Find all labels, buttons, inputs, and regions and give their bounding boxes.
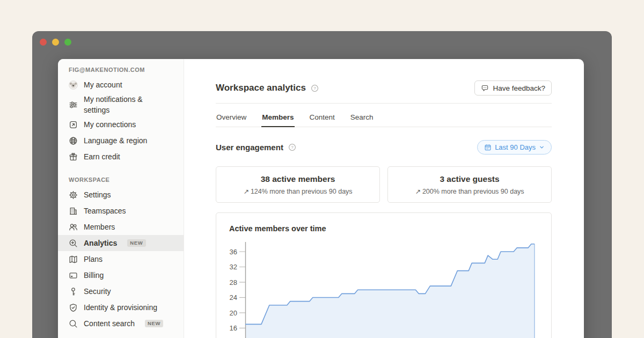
sidebar-item-label: Teamspaces bbox=[84, 205, 126, 216]
zoom-window-button[interactable] bbox=[64, 39, 71, 46]
settings-sidebar: FIG@MAKENOTION.COM My account My notific… bbox=[58, 59, 184, 338]
gift-icon bbox=[69, 152, 78, 161]
sidebar-item-settings[interactable]: Settings bbox=[58, 187, 184, 203]
help-icon[interactable]: ? bbox=[311, 84, 319, 92]
sidebar-item-members[interactable]: Members bbox=[58, 219, 184, 235]
building-icon bbox=[69, 207, 78, 216]
app-window: FIG@MAKENOTION.COM My account My notific… bbox=[32, 31, 612, 338]
sidebar-item-plans[interactable]: Plans bbox=[58, 251, 184, 267]
key-icon bbox=[69, 287, 78, 296]
help-icon[interactable]: ? bbox=[288, 143, 296, 151]
sliders-icon bbox=[69, 100, 78, 109]
svg-text:32: 32 bbox=[230, 263, 237, 271]
sidebar-item-earn-credit[interactable]: Earn credit bbox=[58, 149, 184, 165]
user-engagement-title: User engagement bbox=[216, 143, 283, 152]
analytics-tabs: Overview Members Content Search bbox=[216, 109, 552, 127]
sidebar-item-teamspaces[interactable]: Teamspaces bbox=[58, 203, 184, 219]
sidebar-item-label: Content search bbox=[84, 318, 135, 329]
analytics-main-panel: Workspace analytics ? Have feedback? Ove… bbox=[184, 59, 584, 338]
tab-content[interactable]: Content bbox=[309, 109, 335, 127]
svg-text:16: 16 bbox=[230, 324, 237, 332]
people-icon bbox=[69, 223, 78, 232]
active-members-area-chart: 162024283236 bbox=[216, 238, 549, 338]
close-window-button[interactable] bbox=[40, 39, 47, 46]
stat-delta: ↗200% more than previous 90 days bbox=[415, 187, 524, 195]
header-divider bbox=[216, 103, 552, 104]
sidebar-item-label: Billing bbox=[84, 270, 104, 281]
sidebar-item-label: Members bbox=[84, 222, 115, 232]
sidebar-item-my-connections[interactable]: My connections bbox=[58, 116, 184, 133]
sidebar-item-label: Identity & provisioning bbox=[84, 302, 157, 313]
sidebar-item-label: Security bbox=[84, 286, 111, 297]
sidebar-item-billing[interactable]: Billing bbox=[58, 267, 184, 283]
gear-icon bbox=[69, 190, 78, 200]
sidebar-item-label: Analytics bbox=[84, 238, 117, 248]
sidebar-item-my-account[interactable]: My account bbox=[58, 77, 184, 93]
sidebar-item-label: Settings bbox=[84, 189, 111, 200]
shield-check-icon bbox=[69, 303, 78, 312]
sidebar-item-label: My account bbox=[84, 79, 122, 90]
svg-text:28: 28 bbox=[230, 278, 237, 286]
sidebar-item-identity-provisioning[interactable]: Identity & provisioning bbox=[58, 299, 184, 315]
sidebar-item-label: My notifications & settings bbox=[84, 94, 164, 115]
chevron-down-icon bbox=[539, 144, 545, 150]
window-titlebar bbox=[32, 31, 612, 59]
active-members-chart-card: Active members over time 162024283236 bbox=[216, 212, 552, 338]
speech-bubble-icon bbox=[481, 84, 489, 92]
page-title: Workspace analytics bbox=[216, 83, 306, 93]
feedback-button-label: Have feedback? bbox=[493, 84, 545, 92]
sidebar-item-label: Earn credit bbox=[84, 151, 120, 162]
sidebar-item-security[interactable]: Security bbox=[58, 283, 184, 299]
sidebar-item-content-search[interactable]: Content search NEW bbox=[58, 315, 184, 332]
chart-title: Active members over time bbox=[229, 224, 551, 233]
tab-members[interactable]: Members bbox=[261, 109, 294, 127]
minimize-window-button[interactable] bbox=[52, 39, 59, 46]
map-icon bbox=[69, 255, 78, 264]
stat-delta: ↗124% more than previous 90 days bbox=[243, 187, 352, 195]
sidebar-item-analytics[interactable]: Analytics NEW bbox=[58, 235, 184, 251]
calendar-icon bbox=[484, 144, 492, 151]
svg-text:?: ? bbox=[313, 86, 316, 91]
credit-card-icon bbox=[69, 271, 78, 280]
sidebar-item-label: Language & region bbox=[84, 135, 147, 146]
have-feedback-button[interactable]: Have feedback? bbox=[474, 80, 552, 95]
magnifier-plus-icon bbox=[69, 239, 78, 248]
tab-overview[interactable]: Overview bbox=[216, 109, 247, 127]
arrow-up-right-box-icon bbox=[69, 120, 78, 129]
stat-value: 3 active guests bbox=[440, 174, 499, 184]
sidebar-item-my-notifications-settings[interactable]: My notifications & settings bbox=[58, 93, 184, 116]
svg-text:20: 20 bbox=[230, 309, 237, 317]
trend-up-icon: ↗ bbox=[243, 188, 248, 195]
stat-value: 38 active members bbox=[261, 174, 335, 184]
date-range-label: Last 90 Days bbox=[495, 143, 536, 151]
magnifier-icon bbox=[69, 319, 78, 328]
sidebar-item-label: Plans bbox=[84, 254, 103, 264]
svg-text:24: 24 bbox=[230, 293, 237, 302]
new-badge: NEW bbox=[145, 320, 163, 328]
avatar-icon bbox=[69, 80, 78, 90]
sidebar-item-language-region[interactable]: Language & region bbox=[58, 133, 184, 149]
account-section-label: FIG@MAKENOTION.COM bbox=[58, 67, 184, 73]
tab-search[interactable]: Search bbox=[350, 109, 374, 127]
svg-text:?: ? bbox=[291, 145, 294, 150]
globe-icon bbox=[69, 136, 78, 145]
date-range-dropdown[interactable]: Last 90 Days bbox=[477, 140, 552, 155]
svg-text:36: 36 bbox=[230, 248, 237, 256]
new-badge: NEW bbox=[127, 239, 145, 247]
settings-dialog: FIG@MAKENOTION.COM My account My notific… bbox=[58, 59, 584, 338]
trend-up-icon: ↗ bbox=[415, 188, 420, 195]
active-members-stat-card: 38 active members ↗124% more than previo… bbox=[216, 166, 380, 203]
sidebar-item-label: My connections bbox=[84, 119, 136, 130]
active-guests-stat-card: 3 active guests ↗200% more than previous… bbox=[387, 166, 552, 203]
workspace-section-label: WORKSPACE bbox=[58, 177, 184, 183]
